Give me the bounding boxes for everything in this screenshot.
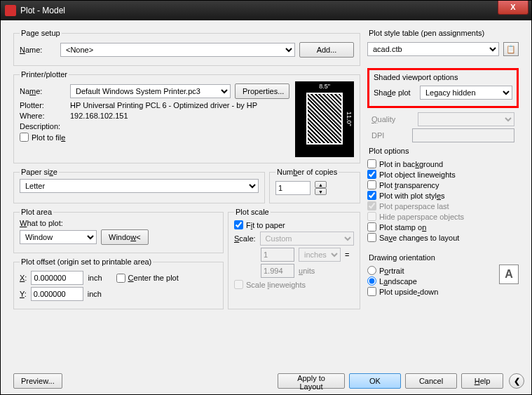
shaded-viewport-legend: Shaded viewport options	[374, 73, 512, 81]
plot-scale-legend: Plot scale	[234, 208, 271, 216]
plot-trans-checkbox[interactable]	[367, 180, 376, 189]
dpi-input	[412, 128, 514, 142]
what-to-plot-label: What to plot:	[20, 219, 63, 227]
close-button[interactable]: X	[498, 1, 528, 15]
scale-unit1-select: inches	[299, 248, 341, 262]
plot-scale-group: Plot scale Fit to paper Scale: Custom in…	[228, 208, 360, 309]
shade-plot-label: Shade plot	[374, 88, 416, 97]
apply-to-layout-button[interactable]: Apply to Layout	[278, 373, 345, 389]
plot-lw-checkbox[interactable]	[367, 170, 376, 179]
paper-size-select[interactable]: Letter	[20, 179, 259, 193]
description-label: Description:	[20, 122, 66, 130]
printer-name-label: Name:	[20, 87, 66, 95]
plot-lw-label: Plot object lineweights	[379, 170, 456, 179]
what-to-plot-select[interactable]: Window	[20, 230, 97, 244]
offset-x-unit: inch	[88, 274, 102, 282]
page-setup-name-select[interactable]: <None>	[60, 43, 295, 57]
copies-up[interactable]: ▲	[315, 181, 327, 188]
add-button[interactable]: Add...	[299, 42, 354, 58]
paperspace-last-label: Plot paperspace last	[379, 202, 449, 210]
upside-down-checkbox[interactable]	[367, 287, 376, 296]
plot-styles-checkbox[interactable]	[367, 191, 376, 200]
paper-size-group: Paper size Letter	[13, 168, 265, 203]
center-plot-checkbox[interactable]	[116, 274, 125, 283]
preview-button[interactable]: Preview...	[13, 373, 62, 389]
orientation-group: Drawing orientation Portrait Landscape P…	[367, 253, 519, 303]
cancel-button[interactable]: Cancel	[405, 373, 457, 389]
hide-paperspace-checkbox	[367, 212, 376, 221]
plot-styles-label: Plot with plot styles	[379, 192, 445, 200]
plot-options-group: Plot options Plot in background Plot obj…	[367, 147, 519, 249]
offset-y-unit: inch	[88, 290, 102, 298]
center-plot-label: Center the plot	[128, 274, 179, 282]
scale-unit2-label: units	[299, 267, 315, 275]
page-setup-name-label: Name:	[20, 46, 56, 54]
window-title: Plot - Model	[20, 6, 65, 15]
scale-lineweights-label: Scale lineweights	[246, 281, 306, 289]
page-setup-group: Page setup Name: <None> Add...	[13, 29, 360, 66]
copies-down[interactable]: ▼	[315, 188, 327, 195]
plot-stamp-checkbox[interactable]	[367, 222, 376, 232]
copies-input[interactable]	[275, 181, 311, 195]
where-label: Where:	[20, 112, 66, 120]
hide-paperspace-label: Hide paperspace objects	[379, 213, 464, 221]
scale-unit2-input	[261, 264, 294, 278]
plot-style-select[interactable]: acad.ctb	[367, 42, 499, 56]
dpi-label: DPI	[371, 131, 408, 140]
preview-width: 8.5"	[306, 83, 343, 90]
fit-to-paper-checkbox[interactable]	[234, 220, 243, 229]
plotter-label: Plotter:	[20, 101, 66, 109]
plot-style-group: Plot style table (pen assignments) acad.…	[367, 29, 519, 64]
page-setup-legend: Page setup	[20, 29, 62, 37]
plot-options-legend: Plot options	[367, 147, 410, 155]
plot-style-edit-icon[interactable]: 📋	[503, 42, 519, 56]
copies-group: Number of copies ▲ ▼	[269, 168, 360, 203]
plot-bg-checkbox[interactable]	[367, 159, 376, 168]
offset-y-label: Y:	[20, 290, 27, 298]
offset-y-input[interactable]	[31, 287, 83, 301]
ok-button[interactable]: OK	[349, 373, 401, 389]
paperspace-last-checkbox	[367, 201, 376, 210]
plot-bg-label: Plot in background	[379, 160, 443, 168]
shade-plot-select[interactable]: Legacy hidden	[420, 86, 512, 100]
scale-lineweights-checkbox	[234, 280, 243, 289]
help-button[interactable]: Help	[461, 373, 503, 389]
landscape-radio[interactable]	[367, 276, 376, 286]
plot-area-group: Plot area What to plot: Window Window<	[13, 208, 224, 253]
landscape-label: Landscape	[379, 277, 417, 286]
quality-label: Quality	[371, 115, 414, 123]
save-changes-checkbox[interactable]	[367, 233, 376, 242]
plot-offset-legend: Plot offset (origin set to printable are…	[20, 257, 153, 266]
scale-equals: =	[345, 250, 349, 259]
printer-name-select[interactable]: Default Windows System Printer.pc3	[70, 84, 231, 98]
window-pick-button[interactable]: Window<	[101, 229, 149, 245]
where-value: 192.168.102.151	[70, 112, 128, 120]
portrait-radio[interactable]	[367, 266, 376, 275]
copies-legend: Number of copies	[275, 168, 339, 176]
properties-button[interactable]: Properties...	[235, 83, 289, 99]
upside-down-label: Plot upside-down	[379, 288, 438, 296]
plotter-value: HP Universal Printing PCL 6 - Optimized …	[70, 101, 257, 109]
orientation-legend: Drawing orientation	[367, 253, 437, 262]
save-changes-label: Save changes to layout	[379, 234, 459, 242]
plot-stamp-label: Plot stamp on	[379, 223, 426, 232]
paper-preview: 8.5" 11.0"	[295, 81, 354, 157]
printer-group: Printer/plotter Name: Default Windows Sy…	[13, 70, 360, 163]
plot-to-file-checkbox[interactable]	[20, 133, 29, 142]
plot-area-legend: Plot area	[20, 208, 53, 216]
orientation-icon: A	[499, 265, 519, 284]
quality-select	[418, 112, 514, 126]
collapse-button[interactable]: ❮	[509, 373, 524, 389]
preview-height: 11.0"	[346, 93, 353, 145]
plot-dialog: Plot - Model X Page setup Name: <None> A…	[0, 0, 532, 395]
footer: Preview... Apply to Layout OK Cancel Hel…	[13, 373, 524, 389]
plot-style-legend: Plot style table (pen assignments)	[367, 29, 486, 37]
fit-to-paper-label: Fit to paper	[246, 221, 285, 229]
offset-x-input[interactable]	[31, 271, 83, 285]
scale-select: Custom	[260, 232, 354, 246]
paper-size-legend: Paper size	[20, 168, 59, 176]
portrait-label: Portrait	[379, 267, 404, 275]
plot-to-file-label: Plot to file	[32, 133, 65, 142]
scale-unit1-input	[261, 248, 294, 262]
app-icon	[5, 5, 16, 16]
